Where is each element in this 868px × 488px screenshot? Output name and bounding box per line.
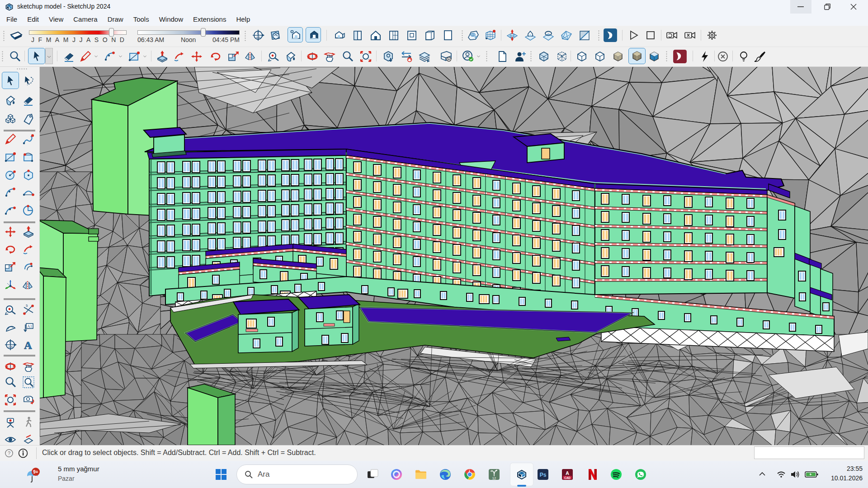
svg-text:A-B: A-B — [8, 346, 13, 348]
svg-text:Ps: Ps — [540, 472, 547, 478]
svg-text:5: 5 — [26, 304, 28, 308]
svg-text:C: C — [9, 341, 11, 344]
svg-text:12: 12 — [492, 476, 496, 480]
svg-text:A: A — [24, 339, 32, 351]
svg-text:9+: 9+ — [33, 469, 38, 474]
svg-text:A: A — [566, 470, 569, 476]
svg-text:A1: A1 — [27, 324, 32, 328]
svg-text:A-B: A-B — [256, 36, 260, 39]
svg-text:?: ? — [8, 450, 10, 456]
svg-text:CAD: CAD — [564, 476, 571, 479]
svg-text:C: C — [257, 32, 259, 35]
